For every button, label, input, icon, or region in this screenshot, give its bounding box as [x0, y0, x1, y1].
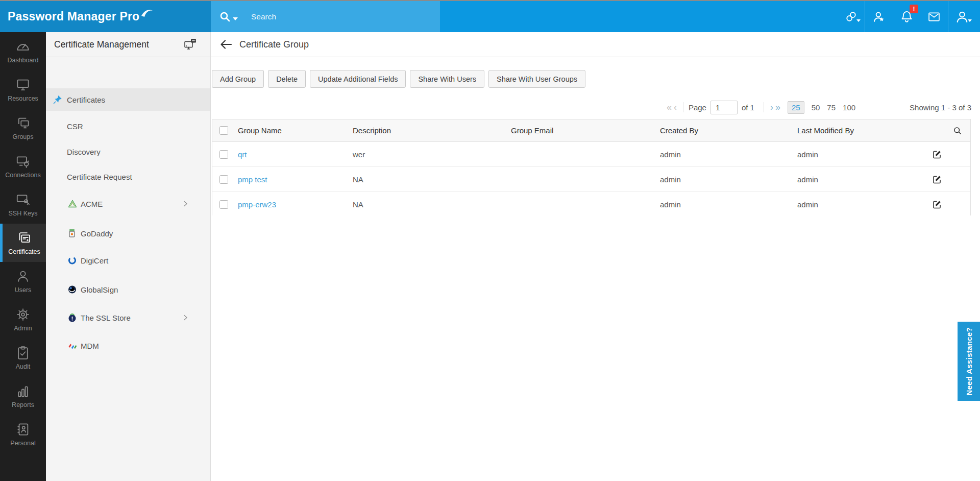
- column-header-group-email[interactable]: Group Email: [511, 119, 553, 141]
- panel-item-digicert[interactable]: DigiCert: [46, 249, 210, 272]
- panel-item-globalsign[interactable]: GlobalSign: [46, 278, 210, 301]
- link-icon[interactable]: [837, 1, 865, 32]
- sidebar-item-connections[interactable]: Connections: [0, 147, 46, 185]
- page-number-input[interactable]: [710, 101, 738, 114]
- page-header: Certificate Group: [211, 32, 980, 57]
- panel-item-the-ssl-store[interactable]: The SSL Store: [46, 306, 210, 329]
- last-modified-by-cell: admin: [797, 167, 818, 191]
- screen-chat-icon[interactable]: [184, 38, 197, 51]
- panel-item-label: The SSL Store: [81, 314, 131, 322]
- globalsign-icon: [68, 285, 77, 294]
- panel-item-discovery[interactable]: Discovery: [46, 140, 210, 163]
- user-icon[interactable]: [948, 1, 976, 32]
- share-with-user-groups-button[interactable]: Share With User Groups: [488, 70, 585, 88]
- panel-item-label: MDM: [81, 342, 99, 350]
- user-star-icon[interactable]: [865, 1, 893, 32]
- edit-icon[interactable]: [932, 142, 942, 166]
- panel-item-acme[interactable]: ACME: [46, 193, 210, 215]
- page-size-100[interactable]: 100: [843, 103, 855, 112]
- sidebar-item-label: SSH Keys: [9, 210, 38, 217]
- sidebar-item-admin[interactable]: Admin: [0, 300, 46, 339]
- sidebar-item-label: Certificates: [8, 248, 40, 255]
- column-header-group-name[interactable]: Group Name: [238, 119, 282, 141]
- next-page-icon[interactable]: ›: [769, 102, 774, 113]
- description-cell: NA: [353, 192, 363, 217]
- sidebar-item-label: Connections: [5, 172, 41, 179]
- user-caret-icon: [968, 19, 972, 22]
- search-caret-icon: [233, 17, 238, 20]
- group-name-link[interactable]: pmp-erw23: [238, 200, 276, 209]
- panel-header: Certificate Management: [46, 32, 210, 57]
- add-group-button[interactable]: Add Group: [212, 70, 264, 88]
- chevron-right-icon: [182, 200, 189, 207]
- sidebar-item-label: Dashboard: [7, 57, 38, 64]
- column-header-created-by[interactable]: Created By: [660, 119, 698, 141]
- page-size-25[interactable]: 25: [788, 101, 804, 114]
- column-header-last-modified-by[interactable]: Last Modified By: [797, 119, 854, 141]
- last-page-icon[interactable]: »: [774, 102, 781, 113]
- share-with-users-button[interactable]: Share With Users: [410, 70, 484, 88]
- pagination-row: « ‹ Page of 1 › » 25 50 75 100 Showing 1…: [212, 100, 971, 114]
- panel-item-label: Certificate Request: [67, 173, 132, 181]
- sidebar-item-personal[interactable]: Personal: [0, 415, 46, 453]
- row-checkbox[interactable]: [219, 150, 228, 159]
- panel-item-label: Certificates: [67, 95, 105, 104]
- sidebar-item-dashboard[interactable]: Dashboard: [0, 32, 46, 70]
- sidebar-item-label: Admin: [14, 325, 32, 332]
- showing-count: Showing 1 - 3 of 3: [910, 103, 971, 112]
- created-by-cell: admin: [660, 167, 681, 191]
- sidebar-item-certificates[interactable]: Certificates: [0, 224, 46, 262]
- edit-icon[interactable]: [932, 167, 942, 191]
- table-search-icon[interactable]: [952, 119, 963, 141]
- panel-item-mdm[interactable]: MDM: [46, 334, 210, 357]
- row-checkbox[interactable]: [219, 200, 228, 209]
- panel-item-certificates[interactable]: Certificates: [46, 88, 210, 111]
- notification-bell-icon[interactable]: !: [893, 1, 920, 32]
- sidebar-item-users[interactable]: Users: [0, 262, 46, 300]
- update-additional-fields-button[interactable]: Update Additional Fields: [310, 70, 406, 88]
- mail-icon[interactable]: [920, 1, 948, 32]
- description-cell: wer: [353, 142, 365, 166]
- need-assistance-tab[interactable]: Need Assistance?: [958, 322, 980, 401]
- panel-item-csr[interactable]: CSR: [46, 115, 210, 137]
- sidebar-item-audit[interactable]: Audit: [0, 339, 46, 377]
- edit-icon[interactable]: [932, 192, 942, 217]
- first-page-icon[interactable]: «: [666, 102, 673, 113]
- search-icon: [219, 11, 231, 23]
- sidebar-item-reports[interactable]: Reports: [0, 377, 46, 415]
- certificate-management-panel: Certificate Management Certificates CSR: [46, 32, 211, 481]
- row-checkbox[interactable]: [219, 175, 228, 184]
- reports-icon: [15, 383, 31, 399]
- panel-item-godaddy[interactable]: GoDaddy: [46, 222, 210, 245]
- groups-icon: [15, 115, 31, 131]
- description-cell: NA: [353, 167, 363, 191]
- created-by-cell: admin: [660, 142, 681, 166]
- global-search-input[interactable]: Search: [211, 1, 440, 32]
- sidebar-item-groups[interactable]: Groups: [0, 109, 46, 147]
- sidebar-item-label: Users: [15, 286, 32, 294]
- group-name-link[interactable]: pmp test: [238, 175, 267, 184]
- panel-item-label: GoDaddy: [81, 229, 113, 238]
- delete-button[interactable]: Delete: [268, 70, 306, 88]
- certificate-group-table: Group Name Description Group Email Creat…: [212, 119, 971, 215]
- chevron-right-icon: [182, 314, 189, 321]
- back-arrow-icon[interactable]: [220, 39, 232, 50]
- app-logo: Password Manager Pro: [0, 1, 211, 32]
- last-modified-by-cell: admin: [797, 192, 818, 217]
- page-size-75[interactable]: 75: [827, 103, 836, 112]
- previous-page-icon[interactable]: ‹: [673, 102, 678, 113]
- select-all-checkbox[interactable]: [219, 126, 228, 135]
- need-assistance-label: Need Assistance?: [965, 327, 973, 395]
- panel-item-label: GlobalSign: [81, 285, 118, 294]
- page-size-50[interactable]: 50: [812, 103, 820, 112]
- panel-item-certificate-request[interactable]: Certificate Request: [46, 165, 210, 188]
- group-name-link[interactable]: qrt: [238, 150, 247, 159]
- topbar-actions: !: [837, 1, 976, 32]
- column-header-description[interactable]: Description: [353, 119, 391, 141]
- table-row: pmp test NA admin admin: [212, 167, 970, 192]
- last-modified-by-cell: admin: [797, 142, 818, 166]
- sidebar-item-label: Groups: [13, 133, 34, 140]
- sidebar-item-resources[interactable]: Resources: [0, 70, 46, 109]
- sidebar-item-ssh-keys[interactable]: SSH Keys: [0, 185, 46, 224]
- search-placeholder: Search: [251, 12, 276, 21]
